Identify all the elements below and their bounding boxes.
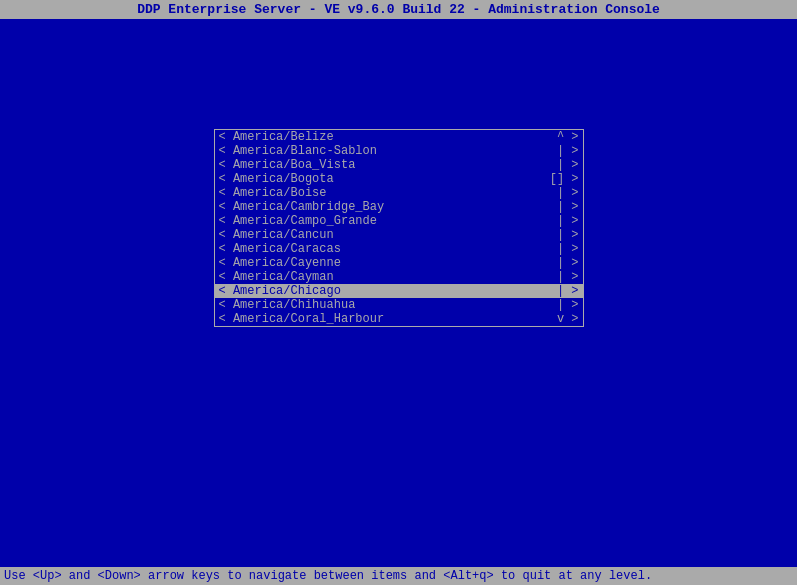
right-arrow: > — [564, 242, 578, 256]
item-text: America/Cayenne — [233, 256, 543, 270]
scroll-indicator: [] — [542, 172, 564, 186]
item-text: America/Chihuahua — [233, 298, 543, 312]
status-text: Use <Up> and <Down> arrow keys to naviga… — [4, 569, 652, 583]
left-arrow: < — [219, 172, 233, 186]
scroll-indicator: ^ — [542, 130, 564, 144]
left-arrow: < — [219, 284, 233, 298]
scroll-indicator: | — [542, 144, 564, 158]
left-arrow: < — [219, 270, 233, 284]
left-arrow: < — [219, 130, 233, 144]
scroll-indicator: | — [542, 186, 564, 200]
left-arrow: < — [219, 186, 233, 200]
left-arrow: < — [219, 242, 233, 256]
scroll-indicator: | — [542, 228, 564, 242]
item-text: America/Coral_Harbour — [233, 312, 543, 326]
right-arrow: > — [564, 284, 578, 298]
main-content: < America/Belize ^ >< America/Blanc-Sabl… — [0, 19, 797, 327]
right-arrow: > — [564, 312, 578, 326]
left-arrow: < — [219, 214, 233, 228]
left-arrow: < — [219, 256, 233, 270]
list-item[interactable]: < America/Coral_Harbour v > — [215, 312, 583, 326]
list-container[interactable]: < America/Belize ^ >< America/Blanc-Sabl… — [214, 129, 584, 327]
list-item[interactable]: < America/Bogota [] > — [215, 172, 583, 186]
left-arrow: < — [219, 144, 233, 158]
item-text: America/Chicago — [233, 284, 543, 298]
status-bar: Use <Up> and <Down> arrow keys to naviga… — [0, 567, 797, 585]
item-text: America/Boise — [233, 186, 543, 200]
title-text: DDP Enterprise Server - VE v9.6.0 Build … — [137, 2, 660, 17]
scroll-indicator: | — [542, 298, 564, 312]
scroll-indicator: | — [542, 256, 564, 270]
list-item[interactable]: < America/Cayenne | > — [215, 256, 583, 270]
right-arrow: > — [564, 298, 578, 312]
list-item[interactable]: < America/Boise | > — [215, 186, 583, 200]
item-text: America/Campo_Grande — [233, 214, 543, 228]
list-item[interactable]: < America/Cambridge_Bay | > — [215, 200, 583, 214]
right-arrow: > — [564, 172, 578, 186]
right-arrow: > — [564, 256, 578, 270]
title-bar: DDP Enterprise Server - VE v9.6.0 Build … — [0, 0, 797, 19]
scroll-indicator: | — [542, 242, 564, 256]
right-arrow: > — [564, 214, 578, 228]
list-item[interactable]: < America/Chicago | > — [215, 284, 583, 298]
right-arrow: > — [564, 228, 578, 242]
right-arrow: > — [564, 200, 578, 214]
right-arrow: > — [564, 158, 578, 172]
right-arrow: > — [564, 144, 578, 158]
item-text: America/Bogota — [233, 172, 543, 186]
item-text: America/Cambridge_Bay — [233, 200, 543, 214]
item-text: America/Belize — [233, 130, 543, 144]
right-arrow: > — [564, 130, 578, 144]
scroll-indicator: | — [542, 270, 564, 284]
item-text: America/Blanc-Sablon — [233, 144, 543, 158]
list-item[interactable]: < America/Cayman | > — [215, 270, 583, 284]
left-arrow: < — [219, 312, 233, 326]
scroll-indicator: | — [542, 284, 564, 298]
list-item[interactable]: < America/Boa_Vista | > — [215, 158, 583, 172]
item-text: America/Cancun — [233, 228, 543, 242]
left-arrow: < — [219, 158, 233, 172]
list-item[interactable]: < America/Chihuahua | > — [215, 298, 583, 312]
scroll-indicator: v — [542, 312, 564, 326]
right-arrow: > — [564, 270, 578, 284]
left-arrow: < — [219, 200, 233, 214]
scroll-indicator: | — [542, 214, 564, 228]
left-arrow: < — [219, 298, 233, 312]
scroll-indicator: | — [542, 200, 564, 214]
list-item[interactable]: < America/Campo_Grande | > — [215, 214, 583, 228]
item-text: America/Caracas — [233, 242, 543, 256]
list-item[interactable]: < America/Caracas | > — [215, 242, 583, 256]
item-text: America/Cayman — [233, 270, 543, 284]
item-text: America/Boa_Vista — [233, 158, 543, 172]
scroll-indicator: | — [542, 158, 564, 172]
list-item[interactable]: < America/Belize ^ > — [215, 130, 583, 144]
right-arrow: > — [564, 186, 578, 200]
list-item[interactable]: < America/Blanc-Sablon | > — [215, 144, 583, 158]
list-item[interactable]: < America/Cancun | > — [215, 228, 583, 242]
left-arrow: < — [219, 228, 233, 242]
